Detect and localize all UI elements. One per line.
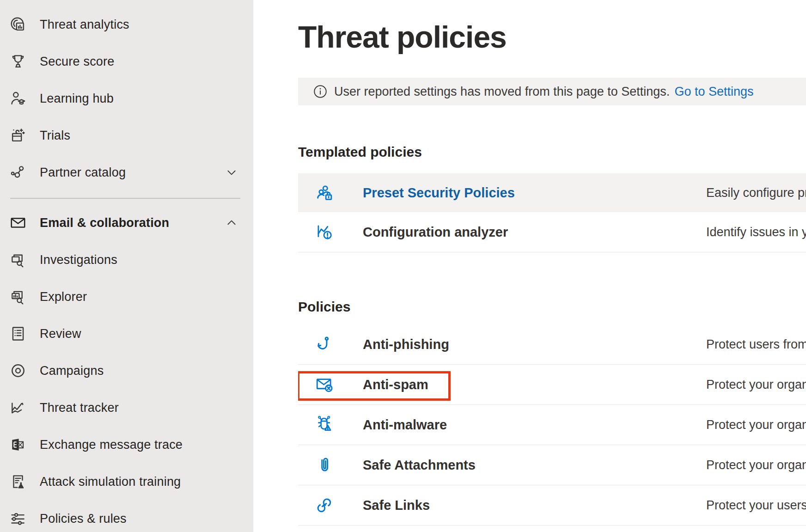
row-anti-malware[interactable]: Anti-malware Protect your organiz	[298, 405, 806, 445]
sidebar-item-exchange-message-trace[interactable]: Exchange message trace	[0, 426, 253, 463]
row-label: Safe Links	[363, 498, 430, 513]
banner-text: User reported settings has moved from th…	[334, 85, 670, 99]
row-description: Protect your organiz	[706, 418, 806, 432]
row-description: Identify issues in you	[706, 225, 806, 239]
section-heading-templated-policies: Templated policies	[298, 144, 806, 160]
attack-simulation-icon	[9, 473, 27, 490]
sidebar-item-secure-score[interactable]: Secure score	[0, 43, 253, 80]
threat-analytics-icon	[9, 16, 27, 33]
sidebar-item-investigations[interactable]: Investigations	[0, 241, 253, 278]
row-label: Anti-malware	[363, 417, 447, 433]
campaigns-icon	[9, 362, 27, 379]
sidebar-item-trials[interactable]: Trials	[0, 117, 253, 154]
anti-phishing-icon	[315, 335, 334, 354]
review-icon	[9, 325, 27, 342]
go-to-settings-link[interactable]: Go to Settings	[674, 85, 753, 99]
section-heading-policies: Policies	[298, 299, 806, 315]
templated-policies-list: Preset Security Policies Easily configur…	[298, 173, 806, 252]
sidebar-item-explorer[interactable]: Explorer	[0, 278, 253, 315]
sidebar-item-label: Threat analytics	[40, 18, 129, 32]
investigations-icon	[9, 251, 27, 269]
sidebar-item-threat-tracker[interactable]: Threat tracker	[0, 389, 253, 426]
row-safe-attachments[interactable]: Safe Attachments Protect your organiz	[298, 445, 806, 485]
sidebar-item-label: Partner catalog	[40, 165, 126, 180]
sidebar-item-threat-analytics[interactable]: Threat analytics	[0, 6, 253, 43]
row-label-link[interactable]: Preset Security Policies	[363, 185, 515, 201]
sidebar-item-campaigns[interactable]: Campaigns	[0, 352, 253, 389]
row-description: Protect your organiz	[706, 378, 806, 392]
trials-icon	[9, 127, 27, 144]
threat-tracker-icon	[9, 399, 27, 416]
sidebar-item-label: Campaigns	[40, 364, 104, 378]
info-icon	[312, 84, 328, 99]
preset-security-policies-icon	[315, 183, 334, 202]
sidebar-item-label: Email & collaboration	[40, 216, 169, 230]
row-description: Protect your users fr	[706, 498, 806, 513]
sidebar-item-label: Threat tracker	[40, 401, 119, 415]
row-description: Easily configure prot	[706, 186, 806, 200]
page-title: Threat policies	[298, 20, 806, 54]
sidebar-item-label: Attack simulation training	[40, 475, 181, 489]
sidebar-item-attack-simulation-training[interactable]: Attack simulation training	[0, 463, 253, 500]
sidebar-item-email-collaboration[interactable]: Email & collaboration	[0, 204, 253, 241]
learning-hub-icon	[9, 90, 27, 107]
sidebar-item-partner-catalog[interactable]: Partner catalog	[0, 154, 253, 191]
sidebar-item-review[interactable]: Review	[0, 315, 253, 352]
explorer-icon	[9, 288, 27, 306]
row-description: Protect users from p	[706, 337, 806, 352]
chevron-down-icon	[226, 166, 238, 178]
row-description: Protect your organiz	[706, 458, 806, 472]
row-preset-security-policies[interactable]: Preset Security Policies Easily configur…	[298, 173, 806, 212]
row-label: Anti-spam	[363, 377, 428, 392]
policies-list: Anti-phishing Protect users from p Anti-…	[298, 324, 806, 526]
sidebar-item-label: Investigations	[40, 253, 117, 267]
partner-catalog-icon	[9, 164, 27, 181]
trophy-icon	[9, 53, 27, 70]
row-safe-links[interactable]: Safe Links Protect your users fr	[298, 485, 806, 526]
sidebar-item-label: Learning hub	[40, 92, 114, 106]
row-anti-spam[interactable]: Anti-spam Protect your organiz	[298, 365, 806, 405]
row-label: Configuration analyzer	[363, 225, 508, 240]
sidebar-item-label: Policies & rules	[40, 512, 127, 526]
sidebar-item-label: Explorer	[40, 290, 87, 304]
anti-malware-icon	[315, 415, 334, 434]
mail-icon	[9, 214, 27, 232]
threat-policies-page: { "sidebar": { "items": [ { "label": "Th…	[0, 0, 806, 532]
sidebar-item-learning-hub[interactable]: Learning hub	[0, 80, 253, 117]
sidebar-item-label: Secure score	[40, 55, 114, 69]
policies-rules-icon	[9, 510, 27, 527]
sidebar-nav: Threat analytics Secure score	[0, 0, 253, 532]
exchange-icon	[9, 436, 27, 453]
sidebar-item-policies-rules[interactable]: Policies & rules	[0, 500, 253, 532]
safe-attachments-icon	[315, 455, 334, 475]
info-banner: User reported settings has moved from th…	[298, 78, 806, 105]
row-label: Anti-phishing	[363, 337, 449, 352]
configuration-analyzer-icon	[315, 222, 334, 242]
row-label: Safe Attachments	[363, 458, 476, 473]
main-content: Threat policies User reported settings h…	[253, 0, 806, 532]
anti-spam-icon	[315, 375, 334, 394]
sidebar-item-label: Exchange message trace	[40, 438, 183, 452]
safe-links-icon	[315, 495, 334, 515]
row-anti-phishing[interactable]: Anti-phishing Protect users from p	[298, 324, 806, 365]
row-configuration-analyzer[interactable]: Configuration analyzer Identify issues i…	[298, 212, 806, 252]
sidebar-item-label: Review	[40, 327, 81, 341]
sidebar-divider	[10, 198, 240, 199]
sidebar-item-label: Trials	[40, 128, 70, 143]
chevron-up-icon	[226, 217, 238, 229]
